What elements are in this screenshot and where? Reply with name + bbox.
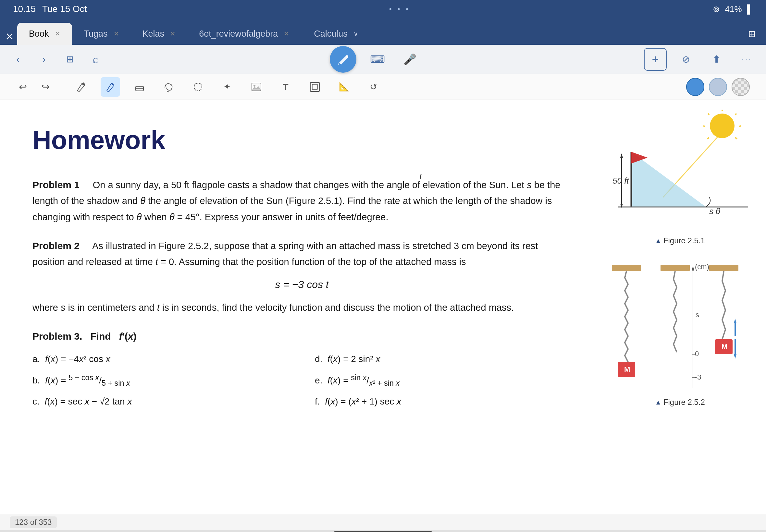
tab-tugas-close[interactable]: ✕ [114,30,119,38]
star-tool[interactable]: ✦ [217,77,237,97]
svg-line-11 [735,114,736,115]
problem-3-grid: a. f(x) = −4x² cos x d. f(x) = 2 sin² x … [32,351,571,410]
add-page-button[interactable]: + [644,48,667,71]
tab-calculus-chevron: ∨ [353,30,358,38]
problem-3e: e. f(x) = sin x/x² + sin x [315,370,571,391]
problem-2-block: Problem 2 As illustrated in Figure 2.5.2… [32,238,571,316]
app-tab-bar: ✕ Book ✕ Tugas ✕ Kelas ✕ 6et_reviewofalg… [0,18,766,45]
svg-line-0 [338,63,339,65]
pen-tool[interactable] [71,77,91,97]
pencil-mark: ı [420,168,422,184]
text-tool[interactable]: T [276,77,295,97]
pencil-toolbar: ↩ ↪ ✦ T 📐 ↺ [0,74,766,100]
color-circle-3[interactable] [732,78,750,96]
tab-book-label: Book [29,29,49,39]
forward-button[interactable]: › [32,48,55,71]
undo-draw-tool[interactable]: ↺ [363,77,383,97]
tab-kelas-close[interactable]: ✕ [170,30,176,38]
circle-select-tool[interactable] [188,77,208,97]
page-indicator: 123 of 353 [10,516,57,528]
problem-3d: d. f(x) = 2 sin² x [315,351,571,368]
share-button[interactable]: ⬆ [705,48,728,71]
svg-text:M: M [722,343,727,351]
tab-book-close[interactable]: ✕ [55,30,60,38]
tab-kelas-label: Kelas [142,29,164,39]
lasso-icon [163,81,175,93]
svg-marker-18 [631,152,706,207]
problem-2-text2: where s is in centimeters and t is in se… [32,302,514,313]
search-button[interactable]: ⌕ [84,48,107,71]
tab-grid-icon[interactable]: ⊞ [743,25,761,43]
wifi-icon: ⊚ [713,4,720,14]
tab-book[interactable]: Book ✕ [17,23,72,45]
color-circle-1[interactable] [686,78,704,96]
tab-algebra-close[interactable]: ✕ [284,30,289,38]
bookmark-button[interactable]: ⊘ [675,48,697,71]
circle-select-icon [192,81,204,93]
svg-rect-32 [661,265,690,271]
undo-button[interactable]: ↩ [13,77,32,97]
lasso-tool[interactable] [159,77,178,97]
svg-rect-29 [612,265,641,271]
redo-button[interactable]: ↪ [36,77,55,97]
problem-3f: f. f(x) = (x² + 1) sec x [315,393,571,410]
scan-icon [309,81,321,93]
tab-kelas[interactable]: Kelas ✕ [131,23,188,45]
dots-indicator: • • • [389,5,410,13]
microphone-button[interactable]: 🎤 [399,48,421,71]
pen-icon [75,81,87,93]
figure-2-5-1: 50 ft s θ Figure 2.5.1 [604,110,756,245]
svg-point-1 [112,83,114,85]
pencil-icon [336,53,349,66]
problem-2-formula: s = −3 cos t [32,276,571,293]
eraser-icon [134,81,145,93]
tab-tugas[interactable]: Tugas ✕ [72,23,131,45]
svg-text:s: s [709,206,713,216]
figure-2-5-1-svg: 50 ft s θ [605,110,755,233]
scan-tool[interactable] [305,77,324,97]
ruler-tool[interactable]: 📐 [334,77,354,97]
problem-3-label: Problem 3. Find f′(x) [32,331,137,342]
tab-algebra-label: 6et_reviewofalgebra [199,29,278,39]
svg-marker-40 [692,266,694,271]
svg-text:(cm): (cm) [695,263,709,271]
pencil-center-button[interactable] [330,46,356,73]
svg-text:0: 0 [695,350,699,358]
problem-3c: c. f(x) = sec x − √2 tan x [32,393,289,410]
svg-marker-45 [734,354,736,359]
figure-2-5-2-svg: M (cm) s 0 -3 [605,258,755,394]
figure-2-5-2: M (cm) s 0 -3 [604,258,756,407]
date-display: Tue 15 Oct [42,4,87,14]
svg-line-14 [707,138,709,139]
page-content: Homework Problem 1 On a sunny day, a 50 … [0,100,597,514]
svg-rect-8 [312,84,317,90]
problem-3-block: Problem 3. Find f′(x) a. f(x) = −4x² cos… [32,329,571,410]
tab-tugas-label: Tugas [84,29,108,39]
svg-point-4 [194,83,202,91]
problem-1-block: Problem 1 On a sunny day, a 50 ft flagpo… [32,177,571,225]
back-button[interactable]: ‹ [6,48,29,71]
home-indicator-bar [334,531,432,532]
svg-text:M: M [624,365,630,373]
close-all-icon[interactable]: ✕ [5,30,14,43]
svg-point-9 [710,114,735,138]
pencil-draw-icon [104,81,116,93]
image-tool[interactable] [247,77,266,97]
svg-text:θ: θ [716,206,720,216]
svg-line-12 [739,126,741,127]
grid-view-button[interactable]: ⊞ [58,48,81,71]
more-button[interactable]: ··· [736,48,758,71]
color-circle-2[interactable] [709,78,727,96]
bottom-bar: 123 of 353 [0,514,766,530]
figure-2-5-2-label: Figure 2.5.2 [655,398,705,407]
problem-2-label: Problem 2 [32,240,79,251]
pencil-tool[interactable] [101,77,120,97]
svg-rect-5 [252,83,261,91]
svg-rect-7 [310,82,319,91]
keyboard-button[interactable]: ⌨ [366,48,389,71]
tab-calculus[interactable]: Calculus ∨ [302,23,370,45]
battery-percent: 41% [725,4,742,14]
eraser-tool[interactable] [130,77,149,97]
figures-sidebar: 50 ft s θ Figure 2.5.1 M [597,100,766,514]
tab-algebra[interactable]: 6et_reviewofalgebra ✕ [187,23,301,45]
